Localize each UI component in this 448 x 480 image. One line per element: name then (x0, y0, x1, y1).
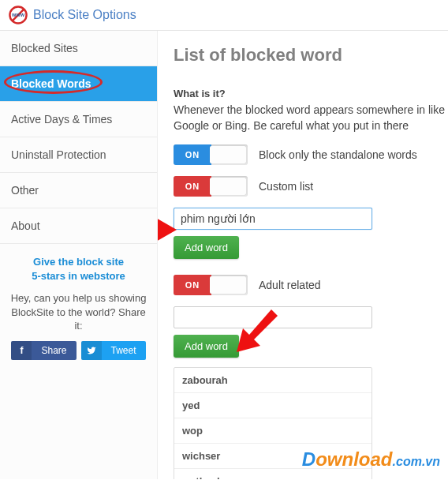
custom-add-word-button[interactable]: Add word (174, 236, 239, 259)
facebook-icon: f (11, 341, 32, 360)
adult-word-list: zabourah yed wop wichser wetback (174, 367, 372, 479)
list-item[interactable]: wichser (174, 444, 371, 469)
sidebar: Blocked Sites Blocked Words Active Days … (0, 31, 158, 479)
adult-word-input[interactable] (174, 306, 372, 328)
sidebar-item-blocked-words[interactable]: Blocked Words (0, 66, 157, 102)
page-title: List of blocked word (174, 45, 448, 66)
what-is-it-heading: What is it? (174, 88, 448, 99)
standalone-label: Block only the standalone words (259, 148, 417, 161)
sidebar-item-other[interactable]: Other (0, 173, 157, 208)
list-item[interactable]: zabourah (174, 368, 371, 393)
promo-text: Hey, can you help us showing BlockSite t… (6, 291, 151, 333)
list-item[interactable]: wop (174, 418, 371, 444)
adult-add-word-button[interactable]: Add word (174, 335, 239, 358)
adult-label: Adult related (259, 279, 321, 291)
twitter-icon (81, 341, 102, 360)
sidebar-item-active-days[interactable]: Active Days & Times (0, 102, 157, 137)
app-header: WWW Block Site Options (0, 0, 448, 31)
adult-section: ON Adult related Add word zabourah yed w… (174, 275, 448, 479)
what-is-it-desc: Whenever the blocked word appears somewh… (174, 103, 448, 133)
share-twitter-button[interactable]: Tweet (81, 341, 146, 360)
custom-word-input[interactable] (174, 208, 372, 230)
standalone-row: ON Block only the standalone words (174, 144, 448, 165)
list-item[interactable]: wetback (174, 469, 371, 479)
custom-list-section: ON Custom list Add word (174, 176, 448, 259)
app-title: Block Site Options (33, 8, 136, 22)
custom-toggle[interactable]: ON (174, 176, 248, 197)
standalone-toggle[interactable]: ON (174, 144, 248, 165)
svg-text:WWW: WWW (12, 13, 25, 17)
promo-box: Give the block site 5-stars in webstore … (0, 244, 157, 360)
promo-rate-link[interactable]: Give the block site 5-stars in webstore (6, 255, 151, 283)
adult-toggle[interactable]: ON (174, 275, 248, 295)
list-item[interactable]: yed (174, 393, 371, 418)
sidebar-item-blocked-sites[interactable]: Blocked Sites (0, 31, 157, 66)
main-content: List of blocked word What is it? Wheneve… (158, 31, 448, 479)
sidebar-item-uninstall-protection[interactable]: Uninstall Protection (0, 137, 157, 173)
share-facebook-button[interactable]: f Share (11, 341, 76, 360)
sidebar-item-about[interactable]: About (0, 208, 157, 244)
custom-label: Custom list (259, 180, 313, 193)
blocksite-logo-icon: WWW (8, 5, 28, 25)
